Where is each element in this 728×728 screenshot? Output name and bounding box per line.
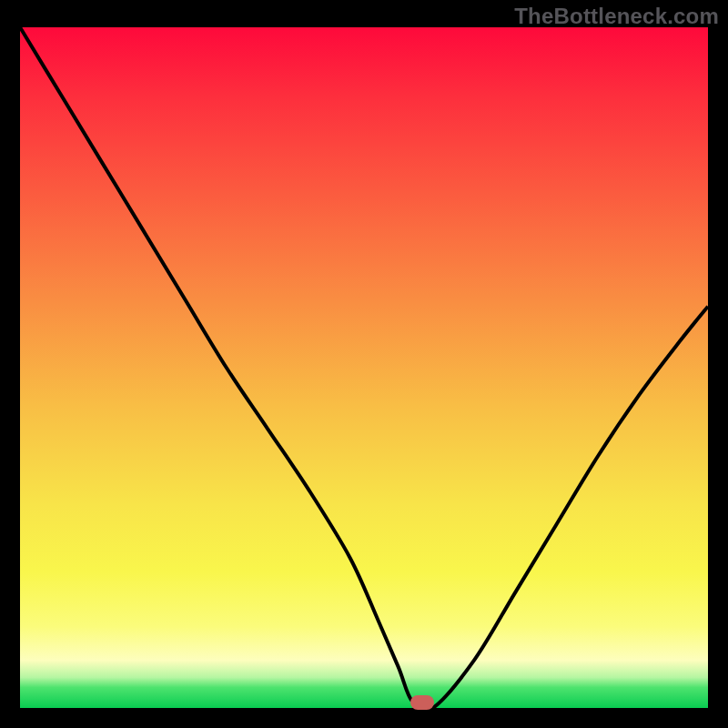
watermark-text: TheBottleneck.com: [514, 4, 719, 29]
plot-area: [20, 27, 708, 708]
bottleneck-curve: [20, 27, 708, 708]
curve-path: [20, 27, 708, 708]
chart-frame: TheBottleneck.com: [0, 0, 728, 728]
optimum-marker: [410, 695, 434, 710]
